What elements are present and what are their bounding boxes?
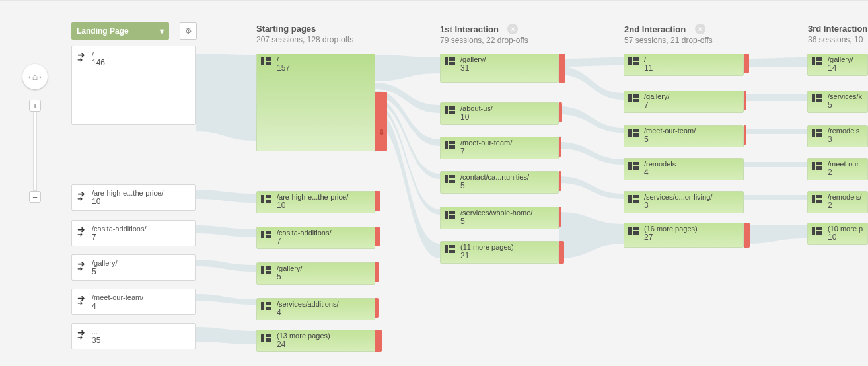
node-label: /services/whole-home/ (460, 209, 554, 217)
page-icon (812, 57, 822, 65)
node-value: 24 (277, 340, 371, 349)
node-label: /meet-our- (828, 160, 863, 168)
node-value: 4 (644, 168, 739, 177)
node-label: /remodels/ (828, 193, 863, 201)
flow-node[interactable]: /casita-additions/ 7 (256, 227, 375, 249)
source-card[interactable]: ➜ /are-high-e...the-price/ 10 (71, 184, 196, 211)
column-title: Starting pages (256, 24, 353, 34)
close-icon[interactable]: × (695, 24, 705, 34)
page-icon (812, 162, 822, 170)
page-icon (445, 57, 455, 65)
dropoff-bar (559, 102, 562, 122)
flow-node[interactable]: /services/k 5 (807, 91, 868, 113)
zoom-control: + − (31, 100, 39, 203)
flow-node[interactable]: /services/additions/ 4 (256, 298, 375, 320)
flow-node[interactable]: /are-high-e...the-price/ 10 (256, 191, 375, 213)
arrows-icon: ➜ (77, 52, 85, 63)
source-card[interactable]: ➜ /meet-our-team/ 4 (71, 289, 196, 315)
flow-visualization: ‹ ⌂ › + − Landing Page ▾ ⚙ Starting page… (0, 0, 868, 366)
home-control[interactable]: ‹ ⌂ › (22, 64, 48, 89)
node-label: /meet-our-team/ (644, 127, 739, 135)
node-value: 5 (644, 135, 739, 144)
dropoff-bar (559, 241, 564, 264)
source-card[interactable]: ➜ ... 35 (71, 323, 196, 349)
flow-node[interactable]: /remodels 4 (624, 158, 744, 180)
node-label: /meet-our-team/ (460, 139, 554, 147)
flow-node[interactable]: /remodels/ 2 (807, 191, 868, 213)
dropoff-bar (744, 54, 749, 73)
page-icon (812, 129, 822, 137)
dimension-selector[interactable]: Landing Page ▾ (71, 22, 169, 40)
source-label: /meet-our-team/ (92, 293, 190, 301)
node-label: /are-high-e...the-price/ (277, 193, 371, 201)
node-value: 21 (460, 251, 554, 260)
flow-node[interactable]: /about-us/ 10 (440, 102, 559, 125)
dropoff-bar (559, 171, 561, 191)
flow-node[interactable]: /services/o...or-living/ 3 (624, 191, 744, 213)
page-icon (812, 94, 822, 102)
node-label: /contact/ca...rtunities/ (460, 173, 554, 181)
dropoff-bar (375, 191, 380, 211)
source-value: 10 (92, 197, 190, 206)
page-icon (445, 175, 455, 183)
page-icon (261, 231, 271, 238)
node-value: 10 (460, 112, 554, 122)
page-icon (261, 57, 271, 65)
page-icon (628, 57, 639, 65)
node-label: /services/o...or-living/ (644, 193, 739, 201)
column-title: 1st Interaction × (440, 24, 528, 34)
node-value: 14 (828, 63, 863, 73)
flow-node[interactable]: / 11 (624, 54, 744, 76)
flow-node[interactable]: /gallery/ 14 (807, 54, 868, 76)
source-value: 4 (92, 301, 190, 311)
node-value: 5 (828, 100, 863, 110)
dimension-label: Landing Page (77, 26, 129, 36)
flow-node[interactable]: /meet-our-team/ 5 (624, 125, 744, 147)
flow-node-more[interactable]: (13 more pages) 24 (256, 330, 375, 352)
arrows-icon: ➜ (77, 295, 85, 307)
zoom-in-button[interactable]: + (29, 100, 41, 112)
flow-node[interactable]: / 157 (256, 54, 375, 151)
column-title: 2nd Interaction × (624, 24, 713, 34)
source-card[interactable]: ➜ / 146 (71, 46, 196, 125)
page-icon (628, 129, 639, 137)
column-subtitle: 36 sessions, 10 (808, 35, 867, 44)
node-value: 5 (277, 272, 371, 281)
source-value: 35 (92, 336, 190, 345)
settings-button[interactable]: ⚙ (180, 22, 197, 40)
page-icon (261, 334, 271, 342)
page-icon (628, 227, 639, 235)
flow-node[interactable]: /gallery/ 31 (440, 54, 559, 83)
zoom-slider[interactable] (33, 112, 37, 191)
source-value: 146 (92, 58, 190, 67)
page-icon (445, 106, 455, 114)
close-icon[interactable]: × (507, 24, 518, 34)
page-icon (445, 245, 455, 253)
flow-node[interactable]: /meet-our- 2 (807, 158, 868, 180)
source-card[interactable]: ➜ /gallery/ 5 (71, 254, 196, 281)
flow-node[interactable]: /remodels 3 (807, 125, 868, 147)
flow-node[interactable]: /gallery/ 5 (256, 262, 375, 285)
node-value: 3 (828, 135, 863, 144)
flow-node-more[interactable]: (11 more pages) 21 (440, 241, 559, 264)
flow-node[interactable]: /gallery/ 7 (624, 91, 744, 113)
source-value: 7 (92, 233, 190, 242)
node-label: /about-us/ (460, 104, 554, 112)
flow-node[interactable]: /contact/ca...rtunities/ 5 (440, 171, 559, 194)
chevron-down-icon: ▾ (160, 26, 164, 36)
source-card[interactable]: ➜ /casita-additions/ 7 (71, 220, 196, 246)
dropoff-bar (375, 227, 380, 246)
flow-node[interactable]: /meet-our-team/ 7 (440, 137, 559, 159)
node-label: / (644, 55, 739, 63)
flow-node[interactable]: /services/whole-home/ 5 (440, 207, 559, 229)
node-label: / (277, 55, 371, 63)
chevron-right-icon: › (39, 73, 42, 81)
arrows-icon: ➜ (77, 260, 85, 272)
node-label: /gallery/ (460, 55, 554, 63)
node-value: 5 (460, 181, 554, 190)
flow-node-more[interactable]: (16 more pages) 27 (624, 223, 744, 248)
zoom-out-button[interactable]: − (29, 191, 41, 203)
chevron-left-icon: ‹ (28, 73, 31, 81)
flow-node-more[interactable]: (10 more p 10 (807, 223, 868, 245)
node-value: 10 (828, 233, 863, 242)
